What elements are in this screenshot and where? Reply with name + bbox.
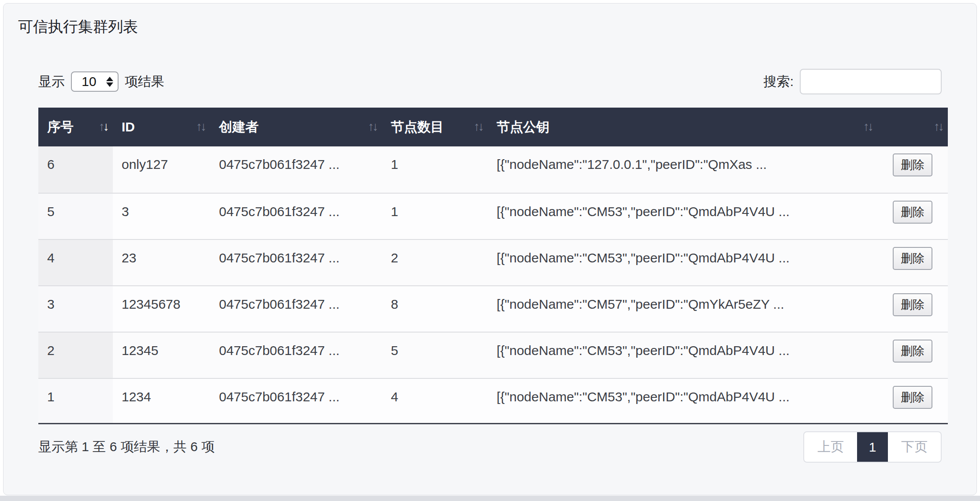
cell-actions: 删除 bbox=[877, 239, 948, 285]
cell-node-pubkey: [{"nodeName":"CM53","peerID":"QmdAbP4V4U… bbox=[488, 378, 877, 424]
delete-button[interactable]: 删除 bbox=[893, 340, 932, 363]
selected-length-value: 10 bbox=[72, 74, 106, 89]
cluster-table: 序号 ↑↓ ID ↑↓ 创建者 ↑↓ 节点数目 ↑↓ bbox=[38, 108, 948, 424]
cell-actions: 删除 bbox=[877, 193, 948, 239]
table-footer: 显示第 1 至 6 项结果，共 6 项 上页 1 下页 bbox=[38, 431, 942, 463]
column-header-node-count[interactable]: 节点数目 ↑↓ bbox=[382, 108, 488, 146]
datatable-wrapper: 显示 10 项结果 搜索: bbox=[38, 69, 942, 463]
cell-actions: 删除 bbox=[877, 285, 948, 332]
cell-node-count: 1 bbox=[382, 146, 488, 193]
cell-index: 5 bbox=[38, 193, 113, 239]
delete-button[interactable]: 删除 bbox=[893, 153, 932, 176]
table-header-row: 序号 ↑↓ ID ↑↓ 创建者 ↑↓ 节点数目 ↑↓ bbox=[38, 108, 948, 146]
sort-icons: ↑↓ bbox=[196, 120, 205, 134]
search-control: 搜索: bbox=[764, 69, 942, 94]
cell-node-pubkey: [{"nodeName":"CM53","peerID":"QmdAbP4V4U… bbox=[488, 332, 877, 378]
cell-node-count: 4 bbox=[382, 378, 488, 424]
sort-icons: ↑↓ bbox=[474, 120, 483, 134]
cell-id: 12345678 bbox=[113, 285, 210, 332]
cluster-list-panel: 可信执行集群列表 显示 10 项结果 搜索: bbox=[3, 3, 977, 495]
cell-creator: 0475c7b061f3247 ... bbox=[210, 193, 382, 239]
column-header-actions[interactable]: ↑↓ bbox=[877, 108, 948, 146]
column-header-creator[interactable]: 创建者 ↑↓ bbox=[210, 108, 382, 146]
cell-node-count: 5 bbox=[382, 332, 488, 378]
table-row: 3 12345678 0475c7b061f3247 ... 8 [{"node… bbox=[38, 285, 948, 332]
table-row: 6 only127 0475c7b061f3247 ... 1 [{"nodeN… bbox=[38, 146, 948, 193]
cell-creator: 0475c7b061f3247 ... bbox=[210, 146, 382, 193]
cell-node-pubkey: [{"nodeName":"CM53","peerID":"QmdAbP4V4U… bbox=[488, 239, 877, 285]
cell-id: 12345 bbox=[113, 332, 210, 378]
cell-node-pubkey: [{"nodeName":"127.0.0.1","peerID":"QmXas… bbox=[488, 146, 877, 193]
delete-button[interactable]: 删除 bbox=[893, 293, 932, 316]
cell-node-count: 8 bbox=[382, 285, 488, 332]
page-title: 可信执行集群列表 bbox=[18, 17, 962, 36]
cell-actions: 删除 bbox=[877, 332, 948, 378]
table-controls: 显示 10 项结果 搜索: bbox=[38, 69, 942, 94]
cell-id: 3 bbox=[113, 193, 210, 239]
table-row: 5 3 0475c7b061f3247 ... 1 [{"nodeName":"… bbox=[38, 193, 948, 239]
cell-node-pubkey: [{"nodeName":"CM57","peerID":"QmYkAr5eZY… bbox=[488, 285, 877, 332]
table-row: 4 23 0475c7b061f3247 ... 2 [{"nodeName":… bbox=[38, 239, 948, 285]
cell-index: 6 bbox=[38, 146, 113, 193]
cell-actions: 删除 bbox=[877, 146, 948, 193]
results-info: 显示第 1 至 6 项结果，共 6 项 bbox=[38, 438, 215, 456]
page-length-control: 显示 10 项结果 bbox=[38, 71, 164, 92]
sort-icons: ↑↓ bbox=[368, 120, 377, 134]
cell-creator: 0475c7b061f3247 ... bbox=[210, 332, 382, 378]
delete-button[interactable]: 删除 bbox=[893, 386, 932, 409]
cell-id: 1234 bbox=[113, 378, 210, 424]
length-prefix-label: 显示 bbox=[38, 73, 65, 91]
pagination-next-button[interactable]: 下页 bbox=[888, 432, 941, 462]
cell-node-count: 1 bbox=[382, 193, 488, 239]
sort-icons: ↑↓ bbox=[934, 120, 943, 134]
sort-icons: ↑↓ bbox=[99, 120, 108, 134]
pagination-prev-button[interactable]: 上页 bbox=[804, 432, 857, 462]
cell-id: only127 bbox=[113, 146, 210, 193]
cell-node-pubkey: [{"nodeName":"CM53","peerID":"QmdAbP4V4U… bbox=[488, 193, 877, 239]
table-row: 2 12345 0475c7b061f3247 ... 5 [{"nodeNam… bbox=[38, 332, 948, 378]
page-length-select[interactable]: 10 bbox=[71, 71, 119, 92]
cell-index: 2 bbox=[38, 332, 113, 378]
cell-index: 4 bbox=[38, 239, 113, 285]
cell-creator: 0475c7b061f3247 ... bbox=[210, 285, 382, 332]
pagination: 上页 1 下页 bbox=[803, 431, 942, 463]
table-body: 6 only127 0475c7b061f3247 ... 1 [{"nodeN… bbox=[38, 146, 948, 424]
cell-creator: 0475c7b061f3247 ... bbox=[210, 239, 382, 285]
length-suffix-label: 项结果 bbox=[125, 73, 164, 91]
cell-node-count: 2 bbox=[382, 239, 488, 285]
pagination-current-page[interactable]: 1 bbox=[857, 432, 888, 462]
sort-icons: ↑↓ bbox=[863, 120, 872, 134]
column-header-node-pubkey[interactable]: 节点公钥 ↑↓ bbox=[488, 108, 877, 146]
search-input[interactable] bbox=[800, 69, 942, 94]
table-row: 1 1234 0475c7b061f3247 ... 4 [{"nodeName… bbox=[38, 378, 948, 424]
cell-id: 23 bbox=[113, 239, 210, 285]
column-header-id[interactable]: ID ↑↓ bbox=[113, 108, 210, 146]
select-stepper-icon bbox=[106, 77, 113, 87]
cell-index: 1 bbox=[38, 378, 113, 424]
page-bottom-strip bbox=[0, 496, 980, 501]
column-header-index[interactable]: 序号 ↑↓ bbox=[38, 108, 113, 146]
cell-actions: 删除 bbox=[877, 378, 948, 424]
search-label: 搜索: bbox=[764, 73, 794, 91]
cell-creator: 0475c7b061f3247 ... bbox=[210, 378, 382, 424]
delete-button[interactable]: 删除 bbox=[893, 247, 932, 270]
delete-button[interactable]: 删除 bbox=[893, 201, 932, 224]
cell-index: 3 bbox=[38, 285, 113, 332]
